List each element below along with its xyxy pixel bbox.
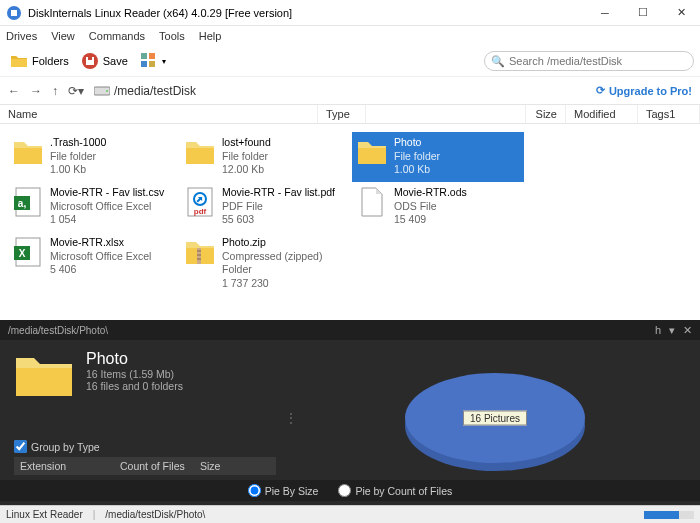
file-item[interactable]: pdfMovie-RTR - Fav list.pdfPDF File55 60… xyxy=(180,182,352,232)
file-item[interactable]: Movie-RTR.odsODS File15 409 xyxy=(352,182,524,232)
menu-view[interactable]: View xyxy=(51,30,75,42)
detail-layout-button[interactable]: h xyxy=(655,324,661,337)
file-icon xyxy=(356,186,388,218)
folder-icon xyxy=(12,136,44,168)
dropdown-icon: ▾ xyxy=(162,57,166,66)
svg-rect-4 xyxy=(141,53,147,59)
folder-icon xyxy=(184,136,216,168)
titlebar: DiskInternals Linux Reader (x64) 4.0.29 … xyxy=(0,0,700,26)
svg-text:X: X xyxy=(19,248,26,259)
folders-button[interactable]: Folders xyxy=(6,50,73,72)
breadcrumb-path: /media/testDisk xyxy=(114,84,196,98)
pie-chart: 16 Pictures xyxy=(405,373,585,473)
svg-rect-20 xyxy=(197,250,201,252)
chart-mode-radios: Pie By Size Pie by Count of Files xyxy=(0,480,700,501)
folder-icon xyxy=(356,136,388,168)
file-name: lost+found xyxy=(222,136,271,150)
file-name: Photo.zip xyxy=(222,236,348,250)
th-count[interactable]: Count of Files xyxy=(114,457,194,475)
save-button[interactable]: Save xyxy=(77,50,132,72)
svg-rect-1 xyxy=(11,10,17,16)
column-name[interactable]: Name xyxy=(0,105,318,123)
detail-dropdown-button[interactable]: ▾ xyxy=(669,324,675,337)
group-by-type-checkbox[interactable]: Group by Type xyxy=(14,440,276,453)
search-icon: 🔍 xyxy=(491,55,505,68)
file-item[interactable]: Photo.zipCompressed (zipped) Folder1 737… xyxy=(180,232,352,282)
detail-header: /media/testDisk/Photo\ h ▾ ✕ xyxy=(0,320,700,340)
forward-button[interactable]: → xyxy=(30,84,42,98)
column-headers: Name Type Size Modified Tags1 xyxy=(0,104,700,124)
search-input[interactable] xyxy=(509,55,687,67)
file-name: Movie-RTR.xlsx xyxy=(50,236,151,250)
folders-icon xyxy=(10,52,28,70)
menu-help[interactable]: Help xyxy=(199,30,222,42)
file-item[interactable]: XMovie-RTR.xlsxMicrosoft Office Excel5 4… xyxy=(8,232,180,282)
detail-items: 16 Items (1.59 Mb) xyxy=(86,368,183,380)
upgrade-link[interactable]: ⟳ Upgrade to Pro! xyxy=(596,84,692,97)
pdf-icon: pdf xyxy=(184,186,216,218)
save-icon xyxy=(81,52,99,70)
svg-rect-3 xyxy=(88,57,92,60)
xlsx-icon: X xyxy=(12,236,44,268)
column-tags[interactable]: Tags1 xyxy=(638,105,700,123)
detail-title: Photo xyxy=(86,350,183,368)
window-title: DiskInternals Linux Reader (x64) 4.0.29 … xyxy=(28,7,586,19)
toolbar: Folders Save ▾ 🔍 xyxy=(0,46,700,76)
file-item[interactable]: a,Movie-RTR - Fav list.csvMicrosoft Offi… xyxy=(8,182,180,232)
window-controls: ─ ☐ ✕ xyxy=(586,0,700,25)
svg-point-9 xyxy=(106,90,108,92)
th-size[interactable]: Size xyxy=(194,457,254,475)
svg-rect-7 xyxy=(149,61,155,67)
file-name: Movie-RTR - Fav list.pdf xyxy=(222,186,335,200)
view-grid-icon xyxy=(140,52,158,70)
file-type: ODS File xyxy=(394,200,467,214)
radio-pie-by-size[interactable]: Pie By Size xyxy=(248,484,319,497)
file-item[interactable]: PhotoFile folder1.00 Kb xyxy=(352,132,524,182)
file-name: Movie-RTR.ods xyxy=(394,186,467,200)
menu-commands[interactable]: Commands xyxy=(89,30,145,42)
view-options-button[interactable]: ▾ xyxy=(136,50,170,72)
progress-indicator xyxy=(644,511,694,519)
file-type: Microsoft Office Excel xyxy=(50,250,151,264)
menu-tools[interactable]: Tools xyxy=(159,30,185,42)
file-list[interactable]: .Trash-1000File folder1.00 Kblost+foundF… xyxy=(0,124,700,320)
svg-text:a,: a, xyxy=(18,198,27,209)
file-type: File folder xyxy=(50,150,106,164)
back-button[interactable]: ← xyxy=(8,84,20,98)
up-button[interactable]: ↑ xyxy=(52,84,58,98)
svg-rect-5 xyxy=(149,53,155,59)
detail-path: /media/testDisk/Photo\ xyxy=(8,325,655,336)
file-size: 1 054 xyxy=(50,213,164,227)
breadcrumb[interactable]: /media/testDisk xyxy=(94,84,196,98)
drive-icon xyxy=(94,85,110,97)
detail-close-button[interactable]: ✕ xyxy=(683,324,692,337)
menu-drives[interactable]: Drives xyxy=(6,30,37,42)
file-size: 12.00 Kb xyxy=(222,163,271,177)
detail-panel: /media/testDisk/Photo\ h ▾ ✕ Photo 16 It… xyxy=(0,320,700,505)
svg-rect-21 xyxy=(197,254,201,256)
file-size: 1 737 230 xyxy=(222,277,348,291)
status-path: /media/testDisk/Photo\ xyxy=(105,509,205,520)
history-button[interactable]: ⟳▾ xyxy=(68,84,84,98)
maximize-button[interactable]: ☐ xyxy=(624,0,662,25)
column-type[interactable]: Type xyxy=(318,105,366,123)
search-box[interactable]: 🔍 xyxy=(484,51,694,71)
file-name: Movie-RTR - Fav list.csv xyxy=(50,186,164,200)
file-size: 5 406 xyxy=(50,263,151,277)
file-item[interactable]: lost+foundFile folder12.00 Kb xyxy=(180,132,352,182)
svg-rect-22 xyxy=(197,258,201,260)
close-button[interactable]: ✕ xyxy=(662,0,700,25)
file-size: 1.00 Kb xyxy=(50,163,106,177)
navigation-bar: ← → ↑ ⟳▾ /media/testDisk ⟳ Upgrade to Pr… xyxy=(0,76,700,104)
file-size: 55 603 xyxy=(222,213,335,227)
column-modified[interactable]: Modified xyxy=(566,105,638,123)
svg-text:pdf: pdf xyxy=(194,207,207,216)
th-extension[interactable]: Extension xyxy=(14,457,114,475)
minimize-button[interactable]: ─ xyxy=(586,0,624,25)
zip-icon xyxy=(184,236,216,268)
column-size[interactable]: Size xyxy=(526,105,566,123)
radio-pie-by-count[interactable]: Pie by Count of Files xyxy=(338,484,452,497)
file-size: 1.00 Kb xyxy=(394,163,440,177)
file-item[interactable]: .Trash-1000File folder1.00 Kb xyxy=(8,132,180,182)
status-app: Linux Ext Reader xyxy=(6,509,83,520)
